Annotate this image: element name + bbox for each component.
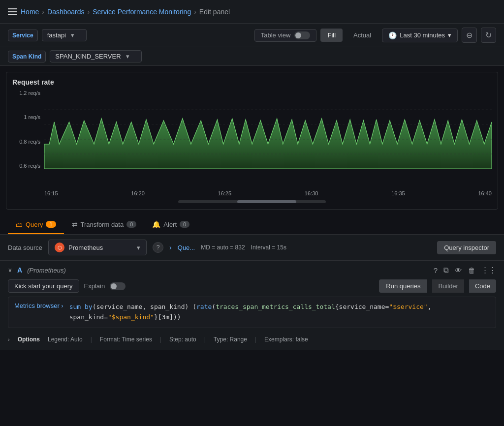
metrics-code-area: Metrics browser › sum by(service_name, s… bbox=[8, 297, 496, 328]
filter-bar: Service fastapi ▾ Table view Fill Actual… bbox=[0, 24, 504, 47]
breadcrumb-home[interactable]: Home bbox=[21, 8, 39, 16]
type-value: Type: Range bbox=[214, 336, 247, 343]
breadcrumb-sep1: › bbox=[42, 8, 44, 16]
actual-button[interactable]: Actual bbox=[346, 29, 378, 42]
span-kind-label: Span Kind bbox=[8, 51, 46, 62]
interval-info: Interval = 15s bbox=[251, 244, 286, 251]
top-nav: Home › Dashboards › Service Performance … bbox=[0, 0, 504, 24]
zoom-out-icon: ⊖ bbox=[466, 30, 472, 40]
x-label-5: 16:40 bbox=[478, 190, 492, 196]
metrics-browser-link[interactable]: Metrics browser › bbox=[14, 302, 63, 309]
help-button[interactable]: ? bbox=[153, 242, 163, 253]
options-row: › Options Legend: Auto | Format: Time se… bbox=[8, 332, 496, 345]
scrollbar-thumb[interactable] bbox=[237, 200, 296, 203]
zoom-out-button[interactable]: ⊖ bbox=[462, 28, 477, 43]
tab-transform[interactable]: ⇄ Transform data 0 bbox=[64, 215, 145, 234]
query-editor-toolbar: Kick start your query Explain Run querie… bbox=[8, 279, 496, 293]
datasource-name: Prometheus bbox=[68, 244, 103, 251]
alert-badge: 0 bbox=[180, 221, 189, 228]
explain-label: Explain bbox=[84, 282, 105, 290]
scrollbar-track[interactable] bbox=[178, 200, 326, 203]
bell-icon: 🔔 bbox=[152, 220, 160, 228]
query-badge: 1 bbox=[46, 221, 56, 228]
query-drag-icon[interactable]: ⋮⋮ bbox=[481, 266, 496, 274]
x-label-0: 16:15 bbox=[44, 190, 58, 196]
service-dropdown[interactable]: fastapi ▾ bbox=[42, 29, 87, 41]
x-label-2: 16:25 bbox=[218, 190, 232, 196]
query-inspector-button[interactable]: Query inspector bbox=[437, 241, 496, 254]
expand-arrow: › bbox=[169, 243, 172, 251]
time-range-button[interactable]: 🕐 Last 30 minutes ▾ bbox=[382, 29, 458, 42]
span-kind-dropdown[interactable]: SPAN_KIND_SERVER ▾ bbox=[50, 50, 141, 62]
service-label: Service bbox=[8, 30, 38, 41]
code-button[interactable]: Code bbox=[469, 279, 496, 293]
x-label-4: 16:35 bbox=[391, 190, 405, 196]
md-info: MD = auto = 832 bbox=[201, 244, 245, 251]
run-queries-button[interactable]: Run queries bbox=[379, 279, 427, 293]
step-value: Step: auto bbox=[169, 336, 196, 343]
hamburger-menu[interactable] bbox=[8, 8, 17, 15]
span-kind-value: SPAN_KIND_SERVER bbox=[55, 53, 121, 60]
collapse-arrow-icon[interactable]: ∨ bbox=[8, 267, 12, 274]
query-actions: ? ⧉ 👁 🗑 ⋮⋮ bbox=[434, 266, 496, 274]
query-letter: A bbox=[17, 266, 22, 274]
format-value: Format: Time series bbox=[100, 336, 152, 343]
filter-bar2: Span Kind SPAN_KIND_SERVER ▾ bbox=[0, 47, 504, 66]
query-editor: ∨ A (Prometheus) ? ⧉ 👁 🗑 ⋮⋮ Kick start y… bbox=[0, 261, 504, 350]
breadcrumb-edit-panel: Edit panel bbox=[199, 8, 230, 16]
query-ds-name: (Prometheus) bbox=[27, 267, 66, 274]
transform-icon: ⇄ bbox=[72, 220, 78, 228]
datasource-select[interactable]: ⬡ Prometheus ▾ bbox=[48, 240, 147, 255]
database-icon: 🗃 bbox=[16, 220, 23, 228]
y-axis: 1.2 req/s 1 req/s 0.8 req/s 0.6 req/s bbox=[12, 90, 44, 169]
query-delete-icon[interactable]: 🗑 bbox=[468, 266, 475, 274]
explain-toggle[interactable] bbox=[110, 282, 126, 290]
y-label-2: 0.8 req/s bbox=[12, 139, 40, 145]
table-view-toggle-group: Table view bbox=[254, 29, 317, 42]
scrollbar-area[interactable] bbox=[12, 200, 492, 203]
y-label-1: 1 req/s bbox=[12, 114, 40, 120]
breadcrumb-sep2: › bbox=[88, 8, 90, 16]
breadcrumb: Home › Dashboards › Service Performance … bbox=[21, 8, 230, 16]
query-expression[interactable]: sum by(service_name, span_kind) (rate(tr… bbox=[69, 302, 490, 323]
clock-icon: 🕐 bbox=[388, 31, 397, 39]
svg-marker-0 bbox=[44, 119, 492, 169]
kick-start-button[interactable]: Kick start your query bbox=[8, 279, 79, 293]
service-value: fastapi bbox=[47, 31, 66, 39]
x-axis: 16:15 16:20 16:25 16:30 16:35 16:40 bbox=[44, 190, 492, 196]
query-editor-header: ∨ A (Prometheus) ? ⧉ 👁 🗑 ⋮⋮ bbox=[8, 266, 496, 274]
refresh-button[interactable]: ↻ bbox=[481, 28, 496, 43]
chart-plot bbox=[44, 90, 492, 169]
query-eye-icon[interactable]: 👁 bbox=[455, 266, 462, 274]
time-range-arrow: ▾ bbox=[448, 31, 451, 39]
fill-button[interactable]: Fill bbox=[320, 29, 343, 42]
chart-container: Request rate 1.2 req/s 1 req/s 0.8 req/s… bbox=[6, 72, 498, 210]
tab-alert-label: Alert bbox=[163, 221, 177, 228]
breadcrumb-dashboards[interactable]: Dashboards bbox=[47, 8, 85, 16]
refresh-icon: ↻ bbox=[485, 30, 492, 40]
transform-badge: 0 bbox=[126, 221, 136, 228]
options-arrow-icon[interactable]: › bbox=[8, 336, 10, 342]
x-label-1: 16:20 bbox=[131, 190, 145, 196]
y-label-3: 0.6 req/s bbox=[12, 163, 40, 169]
legend-value: Legend: Auto bbox=[48, 336, 83, 343]
tab-query[interactable]: 🗃 Query 1 bbox=[8, 215, 64, 234]
tab-alert[interactable]: 🔔 Alert 0 bbox=[144, 215, 197, 234]
chart-area: 1.2 req/s 1 req/s 0.8 req/s 0.6 req/s bbox=[12, 90, 492, 188]
datasource-label: Data source bbox=[8, 244, 42, 251]
builder-button[interactable]: Builder bbox=[432, 279, 464, 293]
table-view-toggle[interactable] bbox=[294, 31, 310, 39]
service-dropdown-arrow: ▾ bbox=[71, 31, 74, 39]
tab-query-label: Query bbox=[26, 221, 43, 228]
x-label-3: 16:30 bbox=[305, 190, 318, 196]
query-help-icon[interactable]: ? bbox=[434, 266, 438, 274]
breadcrumb-service-perf[interactable]: Service Performance Monitoring bbox=[93, 8, 191, 16]
datasource-arrow: ▾ bbox=[137, 244, 140, 251]
query-tabs: 🗃 Query 1 ⇄ Transform data 0 🔔 Alert 0 bbox=[0, 215, 504, 235]
options-label[interactable]: Options bbox=[18, 336, 40, 343]
chart-svg bbox=[44, 90, 492, 169]
query-ref-link[interactable]: Que... bbox=[178, 244, 195, 251]
datasource-row: Data source ⬡ Prometheus ▾ ? › Que... MD… bbox=[0, 235, 504, 261]
query-copy-icon[interactable]: ⧉ bbox=[443, 266, 449, 274]
breadcrumb-sep3: › bbox=[194, 8, 196, 16]
